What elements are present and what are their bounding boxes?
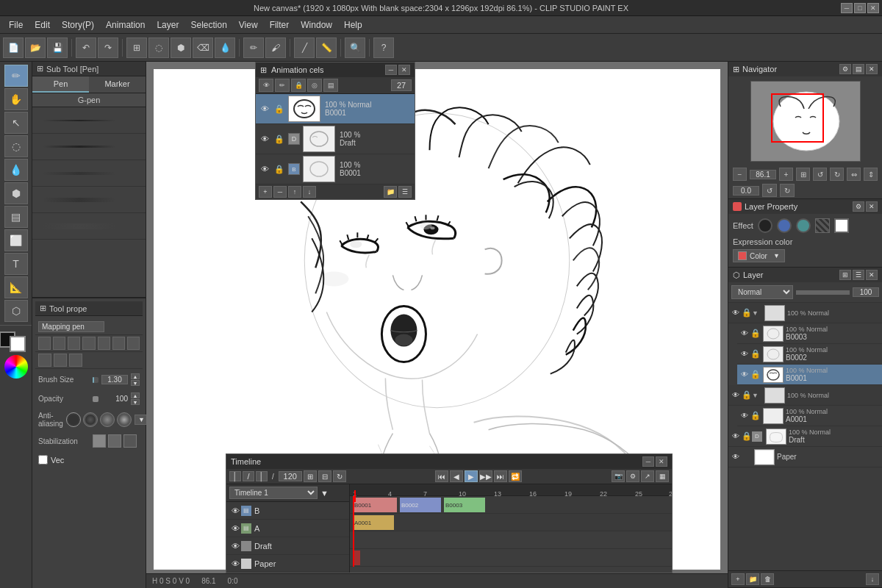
tl-cam[interactable]: 📷 [612,470,625,482]
tl-layer-row-paper[interactable]: 👁 Paper [226,555,349,573]
opacity-slider[interactable] [93,396,98,402]
redo-button[interactable]: ↷ [98,37,118,58]
tl-prev[interactable]: ◀ [450,470,463,482]
navigator-header[interactable]: ⊞ Navigator ⚙ ▤ ✕ [728,62,882,76]
tl-cell-b0003[interactable]: B0003 [444,498,485,512]
layer-folder-btn[interactable]: 📁 [746,573,759,585]
fill-button[interactable]: ⬢ [171,37,191,58]
layer-eye-draft[interactable]: 👁 [730,431,742,442]
brush-size-down[interactable]: ▼ [131,380,140,386]
effect-circle-teal[interactable] [796,218,811,233]
tp-icon-1[interactable] [38,337,51,350]
tl-eye-A[interactable]: 👁 [229,523,241,534]
anim-frame-input[interactable] [391,79,412,91]
tl-eye-paper[interactable]: 👁 [229,558,241,570]
nav-ctrl-1[interactable]: ⚙ [839,64,851,74]
tl-close[interactable]: ✕ [656,456,667,467]
gradient-tool[interactable]: ▤ [4,206,28,228]
menu-animation[interactable]: Animation [100,18,151,32]
tl-repeat[interactable]: 🔁 [509,470,522,482]
nav-ctrl-2[interactable]: ▤ [853,64,864,74]
ruler-button[interactable]: 📏 [316,37,337,58]
anim-layer-row-3[interactable]: 👁 🔒 B 100 % B0001 [256,154,415,184]
tl-more[interactable]: ▦ [656,470,669,482]
anim-move-up-btn[interactable]: ↑ [288,186,301,198]
anim-delete-btn[interactable]: ─ [273,186,287,198]
background-color[interactable] [10,336,26,352]
lp-ctrl-2[interactable]: ✕ [866,201,878,212]
brush-size-spinner[interactable]: ▲ ▼ [131,373,140,386]
marker-tab[interactable]: Marker [89,76,146,93]
select-tool[interactable]: ↖ [4,112,28,134]
aa-btn-1[interactable] [66,412,81,427]
nav-zoom-input[interactable] [750,170,776,179]
group-arrow-B3[interactable]: ▼ [752,309,762,317]
stab-btn-2[interactable] [108,434,121,448]
stab-btn-3[interactable] [123,434,137,448]
timeline-select[interactable]: Timeline 1 [229,487,318,499]
anim-lock-2[interactable]: 🔒 [273,133,285,145]
anim-eye-1[interactable]: 👁 [259,103,270,115]
tl-del-cel[interactable]: ⊟ [318,470,331,482]
tl-layer-row-draft[interactable]: 👁 Draft [226,537,349,555]
anim-tb-1[interactable]: 👁 [259,79,273,92]
layer-lock-B0002[interactable]: 🔒 [750,349,761,359]
layer-eye-B0001[interactable]: 👁 [739,369,750,381]
menu-help[interactable]: Help [338,18,368,32]
tp-icon-2[interactable] [53,337,65,350]
tl-settings[interactable]: ⚙ [626,470,639,482]
menu-edit[interactable]: Edit [29,18,56,32]
layer-del-btn[interactable]: 🗑 [761,573,774,585]
layer-lock-draft[interactable]: 🔒 [742,431,752,441]
anim-add-btn[interactable]: + [259,186,272,198]
layer-ctrl-2[interactable]: ☰ [853,270,864,280]
group-arrow-A1[interactable]: ▼ [752,392,762,399]
effect-grid-btn[interactable] [815,218,830,233]
lasso-tool[interactable]: ◌ [4,135,28,157]
anim-layer-row-2[interactable]: 👁 🔒 D 100 % Draft [256,124,415,154]
eyedropper-tool[interactable]: 💧 [4,159,28,181]
tp-icon-7[interactable] [127,337,140,350]
layer-eye-B0002[interactable]: 👁 [739,348,750,360]
tp-icon-6[interactable] [112,337,125,350]
save-button[interactable]: 💾 [47,37,68,58]
tl-col-3[interactable]: │ [256,471,268,481]
menu-layer[interactable]: Layer [151,18,184,32]
brush-item-4[interactable] [32,187,146,213]
menu-file[interactable]: File [3,18,29,32]
layer-eye-paper[interactable]: 👁 [730,451,742,463]
help-button[interactable]: ? [373,37,394,58]
vec-checkbox[interactable] [38,455,48,465]
layer-eye-A1[interactable]: 👁 [730,390,742,401]
menu-story[interactable]: Story(P) [56,18,100,32]
aa-btn-3[interactable] [100,412,115,427]
tl-loop[interactable]: ↻ [333,470,346,482]
nav-rotate-right[interactable]: ↻ [830,168,844,181]
lp-ctrl-1[interactable]: ⚙ [853,201,864,212]
tl-cell-a0001[interactable]: A0001 [353,515,394,530]
tl-layer-row-B[interactable]: 👁 ▤ B [226,502,349,520]
brush-item-3[interactable] [32,160,146,187]
nav-reset[interactable]: ↺ [762,184,777,197]
layer-property-header[interactable]: Layer Property ⚙ ✕ [728,199,882,214]
open-file-button[interactable]: 📂 [25,37,46,58]
layer-ctrl-3[interactable]: ✕ [866,270,878,280]
layer-row-paper[interactable]: 👁 Paper [728,447,882,467]
tl-add-cel[interactable]: ⊞ [304,470,317,482]
nav-mirror[interactable]: ⇔ [847,168,861,181]
layer-down-btn[interactable]: ↓ [866,573,879,585]
anim-close[interactable]: ✕ [398,65,410,75]
maximize-button[interactable]: □ [854,3,866,13]
fill-tool[interactable]: ⬢ [4,182,28,204]
tp-icon-4[interactable] [82,337,95,350]
nav-ctrl-3[interactable]: ✕ [866,64,878,74]
erase-button[interactable]: ⌫ [193,37,213,58]
nav-flip[interactable]: ⇕ [864,168,878,181]
tl-layer-row-A[interactable]: 👁 ▤ A [226,520,349,537]
anim-folder-btn[interactable]: 📁 [384,186,397,198]
minimize-button[interactable]: ─ [841,3,853,13]
new-file-button[interactable]: 📄 [3,37,24,58]
anim-eye-2[interactable]: 👁 [259,133,270,145]
anim-menu-btn[interactable]: ☰ [398,186,412,198]
zoom-button[interactable]: 🔍 [345,37,365,58]
